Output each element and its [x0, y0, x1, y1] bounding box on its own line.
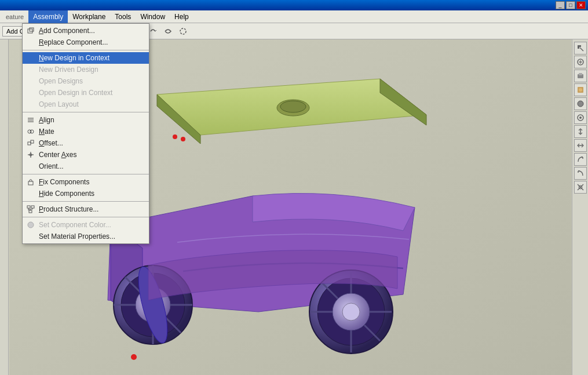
right-btn-10[interactable]	[574, 167, 587, 180]
menu-product-structure[interactable]: Product Structure...	[23, 203, 149, 215]
svg-point-22	[181, 137, 185, 141]
menu-set-material-properties[interactable]: Set Material Properties...	[23, 231, 149, 242]
svg-point-14	[180, 28, 186, 34]
menu-item-assembly[interactable]: Assembly	[28, 10, 68, 23]
right-btn-11[interactable]	[574, 181, 587, 194]
right-btn-4[interactable]	[574, 83, 587, 96]
menu-set-component-color: Set Component Color...	[23, 219, 149, 231]
right-btn-2[interactable]	[574, 56, 587, 68]
right-btn-3[interactable]	[574, 70, 587, 82]
toolbar-btn-9[interactable]	[161, 25, 175, 38]
hide-components-label: Hide Components	[39, 190, 94, 198]
menu-open-designs: Open Designs	[23, 75, 149, 87]
menu-new-design-in-context[interactable]: New Design in Context	[23, 52, 149, 64]
menu-add-component[interactable]: Add Component...	[23, 25, 149, 37]
add-component-icon	[26, 26, 35, 35]
new-design-in-context-label: New Design in Context	[39, 54, 109, 62]
toolbar-btn-10[interactable]	[176, 25, 190, 38]
assembly-dropdown-menu: Add Component... Replace Component... Ne…	[22, 23, 149, 244]
menu-item-help[interactable]: Help	[170, 10, 193, 23]
product-structure-icon	[26, 205, 35, 214]
set-material-properties-label: Set Material Properties...	[39, 232, 115, 241]
center-axes-icon	[26, 150, 35, 159]
svg-rect-81	[29, 210, 32, 213]
menu-item-window[interactable]: Window	[136, 10, 170, 23]
replace-component-label: Replace Component...	[39, 38, 108, 46]
new-driven-design-label: New Driven Design	[39, 65, 98, 74]
menu-center-axes[interactable]: Center Axes	[23, 149, 149, 161]
right-btn-5[interactable]	[574, 97, 587, 110]
mate-label: Mate	[39, 128, 54, 136]
svg-point-20	[280, 101, 306, 112]
svg-rect-73	[28, 142, 31, 145]
separator-4	[23, 201, 149, 202]
svg-rect-78	[28, 181, 33, 185]
menu-hide-components[interactable]: Hide Components	[23, 188, 149, 199]
open-designs-label: Open Designs	[39, 77, 83, 85]
set-component-color-label: Set Component Color...	[39, 221, 111, 229]
offset-icon	[26, 139, 35, 148]
svg-rect-80	[31, 206, 34, 208]
right-btn-9[interactable]	[574, 153, 587, 166]
svg-point-46	[131, 354, 137, 360]
open-layout-label: Open Layout	[39, 100, 79, 108]
svg-rect-79	[27, 206, 30, 208]
align-label: Align	[39, 116, 54, 124]
separator-2	[23, 112, 149, 112]
right-btn-7[interactable]	[574, 125, 587, 138]
close-button[interactable]: ✕	[576, 1, 586, 9]
menu-mate[interactable]: Mate	[23, 126, 149, 137]
svg-point-86	[28, 222, 34, 228]
menu-bar: eature Assembly Workplane Tools Window H…	[0, 10, 588, 23]
fix-components-label: Fix Components	[39, 178, 89, 186]
fix-components-icon	[26, 177, 35, 187]
svg-rect-67	[30, 28, 34, 31]
title-bar-buttons: _ □ ✕	[556, 1, 586, 9]
center-axes-label: Center Axes	[39, 151, 76, 159]
svg-point-21	[173, 134, 177, 139]
add-component-label: Add Component...	[39, 27, 95, 35]
svg-point-53	[579, 88, 582, 92]
menu-fix-components[interactable]: Fix Components	[23, 176, 149, 188]
right-btn-1[interactable]	[574, 42, 587, 54]
separator-3	[23, 174, 149, 174]
right-btn-6[interactable]	[574, 111, 587, 124]
right-btn-8[interactable]	[574, 139, 587, 152]
svg-point-56	[579, 116, 582, 119]
svg-point-54	[578, 101, 583, 107]
align-icon	[26, 115, 35, 125]
menu-open-design-in-context: Open Design in Context	[23, 87, 149, 99]
svg-point-72	[30, 130, 34, 133]
offset-label: Offset...	[39, 139, 63, 147]
menu-align[interactable]: Align	[23, 114, 149, 126]
minimize-button[interactable]: _	[556, 1, 565, 9]
menu-orient[interactable]: Orient...	[23, 161, 149, 172]
product-structure-label: Product Structure...	[39, 205, 98, 213]
svg-line-13	[155, 30, 156, 31]
open-design-in-context-label: Open Design in Context	[39, 89, 112, 97]
title-bar: _ □ ✕	[0, 0, 588, 10]
separator-1	[23, 50, 149, 50]
orient-label: Orient...	[39, 162, 64, 170]
maximize-button[interactable]: □	[566, 1, 575, 9]
menu-open-layout: Open Layout	[23, 99, 149, 110]
menu-item-tools[interactable]: Tools	[110, 10, 136, 23]
left-panel	[0, 39, 9, 375]
menu-item-workplane[interactable]: Workplane	[68, 10, 110, 23]
separator-5	[23, 217, 149, 217]
svg-rect-74	[31, 140, 34, 143]
menu-item-feature[interactable]: eature	[1, 10, 28, 23]
right-toolbar	[572, 39, 588, 375]
menu-offset[interactable]: Offset...	[23, 137, 149, 149]
svg-rect-51	[579, 73, 582, 75]
set-component-color-icon	[26, 220, 35, 230]
mate-icon	[26, 127, 35, 136]
svg-point-44	[342, 303, 360, 321]
menu-replace-component[interactable]: Replace Component...	[23, 37, 149, 48]
menu-new-driven-design: New Driven Design	[23, 64, 149, 75]
